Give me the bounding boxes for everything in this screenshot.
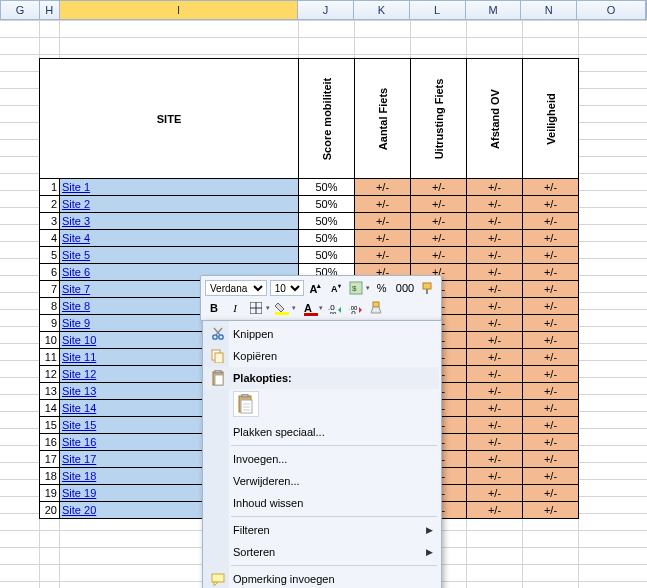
dropdown-arrow-icon[interactable]: ▾ [319, 304, 323, 312]
score-cell[interactable]: 50% [299, 247, 355, 264]
plus-minus-cell[interactable]: +/- [523, 349, 579, 366]
score-cell[interactable]: 50% [299, 179, 355, 196]
plus-minus-cell[interactable]: +/- [355, 196, 411, 213]
ctx-copy[interactable]: Kopiëren [205, 345, 439, 367]
plus-minus-cell[interactable]: +/- [523, 315, 579, 332]
site-link[interactable]: Site 5 [60, 247, 299, 264]
header-site: SITE [40, 59, 299, 179]
plus-minus-cell[interactable]: +/- [523, 485, 579, 502]
plus-minus-cell[interactable]: +/- [467, 264, 523, 281]
plus-minus-cell[interactable]: +/- [355, 179, 411, 196]
plus-minus-cell[interactable]: +/- [467, 451, 523, 468]
site-link[interactable]: Site 3 [60, 213, 299, 230]
plus-minus-cell[interactable]: +/- [523, 247, 579, 264]
plus-minus-cell[interactable]: +/- [467, 281, 523, 298]
plus-minus-cell[interactable]: +/- [355, 230, 411, 247]
ctx-cut[interactable]: Knippen [205, 323, 439, 345]
plus-minus-cell[interactable]: +/- [411, 247, 467, 264]
ctx-filter[interactable]: Filteren ▶ [205, 519, 439, 541]
dropdown-arrow-icon[interactable]: ▾ [266, 304, 270, 312]
ctx-paste-special[interactable]: Plakken speciaal... [205, 421, 439, 443]
plus-minus-cell[interactable]: +/- [467, 179, 523, 196]
plus-minus-cell[interactable]: +/- [467, 213, 523, 230]
svg-rect-3 [426, 289, 428, 294]
plus-minus-cell[interactable]: +/- [355, 247, 411, 264]
plus-minus-cell[interactable]: +/- [467, 383, 523, 400]
plus-minus-cell[interactable]: +/- [411, 213, 467, 230]
plus-minus-cell[interactable]: +/- [467, 485, 523, 502]
plus-minus-cell[interactable]: +/- [355, 213, 411, 230]
plus-minus-cell[interactable]: +/- [523, 434, 579, 451]
dropdown-arrow-icon[interactable]: ▾ [366, 284, 370, 292]
col-header-H[interactable]: H [40, 1, 60, 19]
fill-color-button[interactable] [273, 300, 291, 316]
borders-button[interactable] [247, 300, 265, 316]
plus-minus-cell[interactable]: +/- [523, 332, 579, 349]
score-cell[interactable]: 50% [299, 230, 355, 247]
plus-minus-cell[interactable]: +/- [467, 332, 523, 349]
plus-minus-cell[interactable]: +/- [523, 383, 579, 400]
col-header-O[interactable]: O [577, 1, 646, 19]
ctx-sort[interactable]: Sorteren ▶ [205, 541, 439, 563]
plus-minus-cell[interactable]: +/- [467, 247, 523, 264]
col-header-M[interactable]: M [466, 1, 522, 19]
plus-minus-cell[interactable]: +/- [467, 349, 523, 366]
format-brush-button[interactable] [368, 300, 386, 316]
plus-minus-cell[interactable]: +/- [523, 281, 579, 298]
ctx-insert-comment[interactable]: Opmerking invoegen [205, 568, 439, 588]
plus-minus-cell[interactable]: +/- [411, 179, 467, 196]
plus-minus-cell[interactable]: +/- [523, 196, 579, 213]
plus-minus-cell[interactable]: +/- [467, 230, 523, 247]
plus-minus-cell[interactable]: +/- [467, 417, 523, 434]
col-header-N[interactable]: N [521, 1, 577, 19]
score-cell[interactable]: 50% [299, 196, 355, 213]
plus-minus-cell[interactable]: +/- [411, 196, 467, 213]
shrink-font-button[interactable]: A▾ [327, 280, 344, 296]
ctx-delete[interactable]: Verwijderen... [205, 470, 439, 492]
dropdown-arrow-icon[interactable]: ▾ [292, 304, 296, 312]
ctx-clear-contents[interactable]: Inhoud wissen [205, 492, 439, 514]
bold-button[interactable]: B [205, 300, 223, 316]
col-header-L[interactable]: L [410, 1, 466, 19]
plus-minus-cell[interactable]: +/- [523, 230, 579, 247]
plus-minus-cell[interactable]: +/- [523, 366, 579, 383]
col-header-I[interactable]: I [60, 1, 298, 19]
plus-minus-cell[interactable]: +/- [467, 196, 523, 213]
plus-minus-cell[interactable]: +/- [523, 298, 579, 315]
plus-minus-cell[interactable]: +/- [467, 434, 523, 451]
plus-minus-cell[interactable]: +/- [523, 179, 579, 196]
plus-minus-cell[interactable]: +/- [523, 468, 579, 485]
site-link[interactable]: Site 2 [60, 196, 299, 213]
site-link[interactable]: Site 4 [60, 230, 299, 247]
score-cell[interactable]: 50% [299, 213, 355, 230]
plus-minus-cell[interactable]: +/- [467, 468, 523, 485]
plus-minus-cell[interactable]: +/- [523, 417, 579, 434]
plus-minus-cell[interactable]: +/- [467, 400, 523, 417]
plus-minus-cell[interactable]: +/- [523, 264, 579, 281]
format-painter-button[interactable] [420, 280, 437, 296]
grow-font-button[interactable]: A▴ [307, 280, 324, 296]
italic-button[interactable]: I [226, 300, 244, 316]
accounting-format-button[interactable]: $ [348, 280, 365, 296]
col-header-G[interactable]: G [1, 1, 40, 19]
plus-minus-cell[interactable]: +/- [523, 400, 579, 417]
site-link[interactable]: Site 1 [60, 179, 299, 196]
ctx-insert[interactable]: Invoegen... [205, 448, 439, 470]
paste-option-default[interactable] [233, 391, 259, 417]
percent-format-button[interactable]: % [373, 280, 390, 296]
plus-minus-cell[interactable]: +/- [467, 298, 523, 315]
plus-minus-cell[interactable]: +/- [523, 213, 579, 230]
plus-minus-cell[interactable]: +/- [523, 502, 579, 519]
plus-minus-cell[interactable]: +/- [523, 451, 579, 468]
increase-decimal-button[interactable]: .00.0 [347, 300, 365, 316]
decrease-decimal-button[interactable]: .0.00 [326, 300, 344, 316]
col-header-J[interactable]: J [298, 1, 354, 19]
font-size-select[interactable]: 10 [270, 280, 304, 296]
col-header-K[interactable]: K [354, 1, 410, 19]
plus-minus-cell[interactable]: +/- [467, 315, 523, 332]
plus-minus-cell[interactable]: +/- [467, 366, 523, 383]
plus-minus-cell[interactable]: +/- [411, 230, 467, 247]
font-family-select[interactable]: Verdana [205, 280, 267, 296]
plus-minus-cell[interactable]: +/- [467, 502, 523, 519]
comma-format-button[interactable]: 000 [393, 280, 416, 296]
